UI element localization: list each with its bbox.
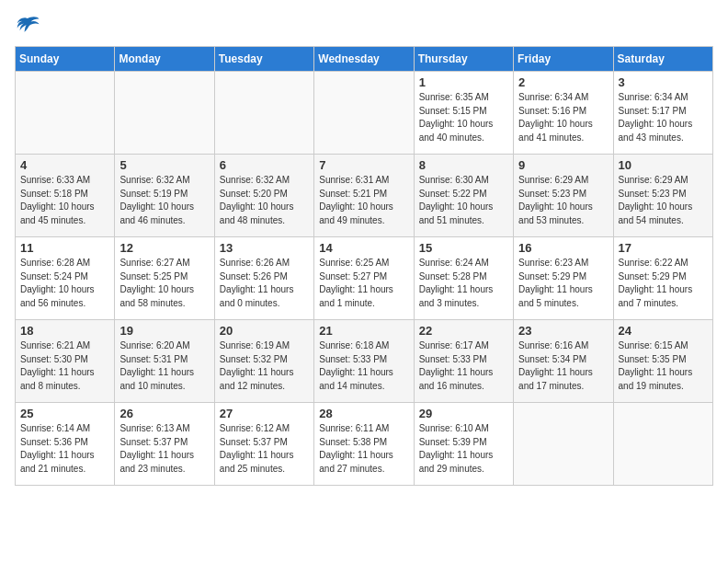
day-info: Sunrise: 6:13 AM Sunset: 5:37 PM Dayligh… bbox=[119, 422, 209, 476]
calendar-cell bbox=[214, 72, 313, 155]
day-number: 6 bbox=[220, 158, 309, 172]
day-info: Sunrise: 6:17 AM Sunset: 5:33 PM Dayligh… bbox=[419, 339, 508, 393]
day-of-week-header: Wednesday bbox=[314, 47, 414, 72]
calendar-cell: 14Sunrise: 6:25 AM Sunset: 5:27 PM Dayli… bbox=[314, 237, 414, 320]
calendar-cell: 11Sunrise: 6:28 AM Sunset: 5:24 PM Dayli… bbox=[16, 237, 115, 320]
calendar-cell: 12Sunrise: 6:27 AM Sunset: 5:25 PM Dayli… bbox=[115, 237, 214, 320]
day-info: Sunrise: 6:11 AM Sunset: 5:38 PM Dayligh… bbox=[319, 422, 408, 476]
day-info: Sunrise: 6:29 AM Sunset: 5:23 PM Dayligh… bbox=[518, 174, 608, 227]
calendar-cell: 16Sunrise: 6:23 AM Sunset: 5:29 PM Dayli… bbox=[514, 237, 613, 320]
calendar-cell: 22Sunrise: 6:17 AM Sunset: 5:33 PM Dayli… bbox=[414, 320, 513, 403]
calendar-cell: 21Sunrise: 6:18 AM Sunset: 5:33 PM Dayli… bbox=[314, 320, 414, 403]
day-of-week-header: Thursday bbox=[414, 47, 513, 72]
calendar-cell: 20Sunrise: 6:19 AM Sunset: 5:32 PM Dayli… bbox=[214, 320, 313, 403]
day-info: Sunrise: 6:34 AM Sunset: 5:16 PM Dayligh… bbox=[518, 91, 608, 144]
day-of-week-header: Sunday bbox=[16, 47, 115, 72]
day-number: 7 bbox=[319, 158, 408, 172]
day-info: Sunrise: 6:28 AM Sunset: 5:24 PM Dayligh… bbox=[20, 257, 109, 310]
day-number: 15 bbox=[419, 241, 508, 255]
day-number: 19 bbox=[119, 324, 209, 338]
calendar-cell: 2Sunrise: 6:34 AM Sunset: 5:16 PM Daylig… bbox=[514, 72, 613, 155]
day-info: Sunrise: 6:14 AM Sunset: 5:36 PM Dayligh… bbox=[20, 422, 109, 476]
calendar-cell bbox=[115, 72, 214, 155]
calendar-cell bbox=[16, 72, 115, 155]
calendar-cell: 25Sunrise: 6:14 AM Sunset: 5:36 PM Dayli… bbox=[16, 403, 115, 486]
day-number: 17 bbox=[619, 241, 708, 255]
day-number: 20 bbox=[220, 324, 309, 338]
calendar-cell: 10Sunrise: 6:29 AM Sunset: 5:23 PM Dayli… bbox=[613, 155, 712, 237]
calendar-cell: 27Sunrise: 6:12 AM Sunset: 5:37 PM Dayli… bbox=[214, 403, 313, 486]
calendar-cell: 19Sunrise: 6:20 AM Sunset: 5:31 PM Dayli… bbox=[115, 320, 214, 403]
day-number: 29 bbox=[419, 407, 508, 420]
day-info: Sunrise: 6:26 AM Sunset: 5:26 PM Dayligh… bbox=[220, 257, 309, 310]
day-info: Sunrise: 6:25 AM Sunset: 5:27 PM Dayligh… bbox=[319, 257, 408, 310]
day-of-week-header: Monday bbox=[115, 47, 214, 72]
day-number: 26 bbox=[119, 407, 209, 420]
day-number: 3 bbox=[619, 75, 708, 89]
calendar-cell: 8Sunrise: 6:30 AM Sunset: 5:22 PM Daylig… bbox=[414, 155, 513, 237]
day-number: 2 bbox=[518, 75, 608, 89]
day-number: 1 bbox=[419, 75, 508, 89]
calendar-cell bbox=[613, 403, 712, 486]
day-info: Sunrise: 6:33 AM Sunset: 5:18 PM Dayligh… bbox=[20, 174, 109, 227]
day-info: Sunrise: 6:23 AM Sunset: 5:29 PM Dayligh… bbox=[518, 257, 608, 310]
day-number: 14 bbox=[319, 241, 408, 255]
day-of-week-header: Tuesday bbox=[214, 47, 313, 72]
calendar-table: SundayMondayTuesdayWednesdayThursdayFrid… bbox=[15, 46, 713, 486]
day-info: Sunrise: 6:10 AM Sunset: 5:39 PM Dayligh… bbox=[419, 422, 508, 476]
calendar-cell: 18Sunrise: 6:21 AM Sunset: 5:30 PM Dayli… bbox=[16, 320, 115, 403]
day-number: 10 bbox=[619, 158, 708, 172]
day-info: Sunrise: 6:32 AM Sunset: 5:19 PM Dayligh… bbox=[119, 174, 209, 227]
calendar-cell: 23Sunrise: 6:16 AM Sunset: 5:34 PM Dayli… bbox=[514, 320, 613, 403]
day-number: 4 bbox=[20, 158, 109, 172]
day-number: 24 bbox=[619, 324, 708, 338]
day-of-week-header: Friday bbox=[514, 47, 613, 72]
day-info: Sunrise: 6:21 AM Sunset: 5:30 PM Dayligh… bbox=[20, 339, 109, 393]
calendar-cell bbox=[314, 72, 414, 155]
day-info: Sunrise: 6:30 AM Sunset: 5:22 PM Dayligh… bbox=[419, 174, 508, 227]
day-info: Sunrise: 6:20 AM Sunset: 5:31 PM Dayligh… bbox=[119, 339, 209, 393]
day-info: Sunrise: 6:32 AM Sunset: 5:20 PM Dayligh… bbox=[220, 174, 309, 227]
day-number: 16 bbox=[518, 241, 608, 255]
day-number: 8 bbox=[419, 158, 508, 172]
day-number: 5 bbox=[119, 158, 209, 172]
day-info: Sunrise: 6:16 AM Sunset: 5:34 PM Dayligh… bbox=[518, 339, 608, 393]
day-info: Sunrise: 6:34 AM Sunset: 5:17 PM Dayligh… bbox=[619, 91, 708, 144]
day-number: 21 bbox=[319, 324, 408, 338]
calendar-cell: 7Sunrise: 6:31 AM Sunset: 5:21 PM Daylig… bbox=[314, 155, 414, 237]
day-info: Sunrise: 6:22 AM Sunset: 5:29 PM Dayligh… bbox=[619, 257, 708, 310]
calendar-cell: 1Sunrise: 6:35 AM Sunset: 5:15 PM Daylig… bbox=[414, 72, 513, 155]
day-of-week-header: Saturday bbox=[613, 47, 712, 72]
day-number: 9 bbox=[518, 158, 608, 172]
logo bbox=[15, 15, 44, 39]
day-info: Sunrise: 6:19 AM Sunset: 5:32 PM Dayligh… bbox=[220, 339, 309, 393]
day-number: 18 bbox=[20, 324, 109, 338]
calendar-cell: 13Sunrise: 6:26 AM Sunset: 5:26 PM Dayli… bbox=[214, 237, 313, 320]
calendar-cell: 17Sunrise: 6:22 AM Sunset: 5:29 PM Dayli… bbox=[613, 237, 712, 320]
day-info: Sunrise: 6:31 AM Sunset: 5:21 PM Dayligh… bbox=[319, 174, 408, 227]
calendar-cell: 26Sunrise: 6:13 AM Sunset: 5:37 PM Dayli… bbox=[115, 403, 214, 486]
day-info: Sunrise: 6:35 AM Sunset: 5:15 PM Dayligh… bbox=[419, 91, 508, 144]
calendar-cell: 28Sunrise: 6:11 AM Sunset: 5:38 PM Dayli… bbox=[314, 403, 414, 486]
day-info: Sunrise: 6:29 AM Sunset: 5:23 PM Dayligh… bbox=[619, 174, 708, 227]
day-number: 23 bbox=[518, 324, 608, 338]
calendar-cell: 4Sunrise: 6:33 AM Sunset: 5:18 PM Daylig… bbox=[16, 155, 115, 237]
day-info: Sunrise: 6:27 AM Sunset: 5:25 PM Dayligh… bbox=[119, 257, 209, 310]
day-number: 11 bbox=[20, 241, 109, 255]
day-info: Sunrise: 6:24 AM Sunset: 5:28 PM Dayligh… bbox=[419, 257, 508, 310]
calendar-cell bbox=[514, 403, 613, 486]
calendar-cell: 15Sunrise: 6:24 AM Sunset: 5:28 PM Dayli… bbox=[414, 237, 513, 320]
day-info: Sunrise: 6:18 AM Sunset: 5:33 PM Dayligh… bbox=[319, 339, 408, 393]
day-number: 22 bbox=[419, 324, 508, 338]
day-info: Sunrise: 6:15 AM Sunset: 5:35 PM Dayligh… bbox=[619, 339, 708, 393]
day-info: Sunrise: 6:12 AM Sunset: 5:37 PM Dayligh… bbox=[220, 422, 309, 476]
calendar-cell: 24Sunrise: 6:15 AM Sunset: 5:35 PM Dayli… bbox=[613, 320, 712, 403]
calendar-cell: 6Sunrise: 6:32 AM Sunset: 5:20 PM Daylig… bbox=[214, 155, 313, 237]
calendar-cell: 3Sunrise: 6:34 AM Sunset: 5:17 PM Daylig… bbox=[613, 72, 712, 155]
calendar-cell: 29Sunrise: 6:10 AM Sunset: 5:39 PM Dayli… bbox=[414, 403, 513, 486]
day-number: 28 bbox=[319, 407, 408, 420]
calendar-cell: 9Sunrise: 6:29 AM Sunset: 5:23 PM Daylig… bbox=[514, 155, 613, 237]
calendar-cell: 5Sunrise: 6:32 AM Sunset: 5:19 PM Daylig… bbox=[115, 155, 214, 237]
day-number: 13 bbox=[220, 241, 309, 255]
day-number: 12 bbox=[119, 241, 209, 255]
